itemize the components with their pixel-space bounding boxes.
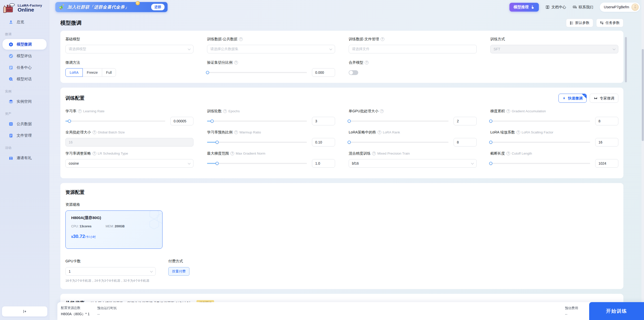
train-data-file-select[interactable]: 请选择文件 [349,45,477,53]
gpu-batch-slider[interactable] [349,119,449,123]
cutoff-label: 截断长度 [490,151,505,156]
slider-knob[interactable] [348,141,351,144]
gpu-count-select[interactable]: 1 [65,267,156,276]
warmup-input[interactable] [312,138,335,147]
lora-rank-en: LoRA Rank [383,130,400,134]
sidebar-item-invite[interactable]: 邀请有礼 [3,153,47,163]
slider-knob[interactable] [210,120,214,123]
slider-knob[interactable] [215,162,219,165]
max-grad-input[interactable] [312,159,335,168]
pay-as-you-go-button[interactable]: 按量付费 [168,267,189,276]
sidebar-item-public-data[interactable]: 公共数据 [3,119,47,129]
learning-rate-input[interactable] [170,117,193,125]
window-scrollbar[interactable] [641,0,644,320]
slider-knob[interactable] [206,71,209,74]
precision-label: 混合精度训练 [349,151,371,156]
help-icon[interactable]: ? [506,109,510,113]
base-model-select[interactable]: 请选择模型 [65,45,193,53]
lora-scale-slider[interactable] [490,140,590,144]
sidebar-item-overview[interactable]: 总览 [3,17,47,27]
content-scrollbar-thumb[interactable] [625,37,627,82]
max-grad-slider[interactable] [207,162,307,165]
method-option-lora[interactable]: LoRA [65,68,83,77]
sidebar-item-file-manage[interactable]: 文件管理 [3,130,47,141]
help-icon[interactable]: ? [381,37,384,41]
sidebar-item-model-chat[interactable]: AI 模型对话 [3,74,47,84]
help-icon[interactable]: ? [234,61,238,64]
learning-rate-en: Learning Rate [83,109,105,113]
warmup-label: 学习率预热比例 [207,130,233,135]
help-icon[interactable]: ? [93,152,96,155]
train-data-file-field: 训练数据-文件管理? 请选择文件 [349,37,477,53]
method-option-full[interactable]: Full [102,68,116,77]
merge-model-label: 合并模型 [349,60,363,65]
train-data-file-placeholder: 请选择文件 [352,47,370,51]
window-scrollbar-thumb[interactable] [642,49,644,141]
lora-rank-input[interactable] [454,138,477,147]
grad-accum-input[interactable] [595,117,618,125]
slider-knob[interactable] [68,120,71,123]
gpu-spec-card[interactable]: H800A(显存80G) CPU: 13cores MEM: 200GB ¥30… [65,210,163,249]
grad-accum-slider[interactable] [490,119,590,123]
gpu-batch-input[interactable] [454,117,477,125]
help-icon[interactable]: ? [78,109,82,113]
merge-model-toggle[interactable] [349,70,358,75]
cutoff-slider[interactable] [490,162,590,165]
global-batch-label: 全局批处理大小 [65,130,91,135]
help-icon[interactable]: ? [506,152,510,155]
warmup-slider[interactable] [207,140,307,144]
help-icon[interactable]: ? [365,61,369,64]
model-inference-button[interactable]: 模型推理 [509,3,539,12]
epochs-label: 训练轮数 [207,109,222,114]
contact-us-link[interactable]: 联系我们 [573,5,593,10]
sidebar-item-model-eval[interactable]: 模型评估 [3,51,47,61]
epochs-slider[interactable] [207,119,307,123]
sidebar-item-task-center[interactable]: 任务中心 [3,62,47,73]
docs-center-link[interactable]: 文档中心 [545,5,566,10]
community-banner[interactable]: 加入社群获「进群金喜代金券」 进群 [55,2,168,12]
merge-model-field: 合并模型? [349,60,477,77]
sidebar-item-instance-space[interactable]: 实例空间 [3,96,47,107]
val-split-slider[interactable] [207,71,307,74]
expert-finetune-button[interactable]: 专家微调 [590,94,618,103]
help-icon[interactable]: ? [378,130,381,134]
slider-knob[interactable] [489,120,493,123]
default-params-button[interactable]: 默认参数 [566,19,593,27]
app-logo[interactable]: LLaMA-Factory Online [0,0,49,16]
help-icon[interactable]: ? [230,152,234,155]
learning-rate-slider[interactable] [65,119,165,123]
help-icon[interactable]: ? [380,109,384,113]
precision-select[interactable]: bf16 [349,159,477,168]
slider-knob[interactable] [489,162,493,165]
slider-knob[interactable] [215,141,219,144]
train-data-public-select[interactable]: 请选择公共数据集 [207,45,335,53]
lr-sched-select[interactable]: cosine [65,159,193,168]
help-icon[interactable]: ? [234,130,238,134]
join-group-button[interactable]: 进群 [151,4,165,10]
chevron-down-icon [329,47,332,50]
lora-scale-input[interactable] [595,138,618,147]
page-title: 模型微调 [60,19,82,26]
help-icon[interactable]: ? [239,37,243,41]
quick-finetune-button[interactable]: 快速微调 ✓ [558,94,587,103]
lr-sched-en: LR Scheduling Type [98,152,128,155]
lora-rank-slider[interactable] [349,140,449,144]
help-icon[interactable]: ? [516,130,520,134]
help-icon[interactable]: ? [372,152,376,155]
method-option-freeze[interactable]: Freeze [83,68,102,77]
help-icon[interactable]: ? [93,130,96,134]
val-split-input[interactable] [312,68,335,77]
start-training-button[interactable]: 开始训练 [589,302,644,320]
task-params-button[interactable]: 任务参数 [596,19,623,27]
cutoff-param: 截断长度?Cutoff Length [490,151,618,168]
user-menu[interactable]: UserwP7gBefm [600,3,640,12]
train-mode-select: SFT [490,45,618,53]
sidebar-item-model-finetune[interactable]: 模型微调 [3,39,47,50]
slider-knob[interactable] [348,120,351,123]
cutoff-input[interactable] [595,159,618,168]
help-icon[interactable]: ? [223,109,227,113]
epochs-input[interactable] [312,117,335,125]
slider-knob[interactable] [489,141,493,144]
sidebar-collapse-button[interactable] [2,306,47,316]
expert-glasses-icon [594,96,598,100]
